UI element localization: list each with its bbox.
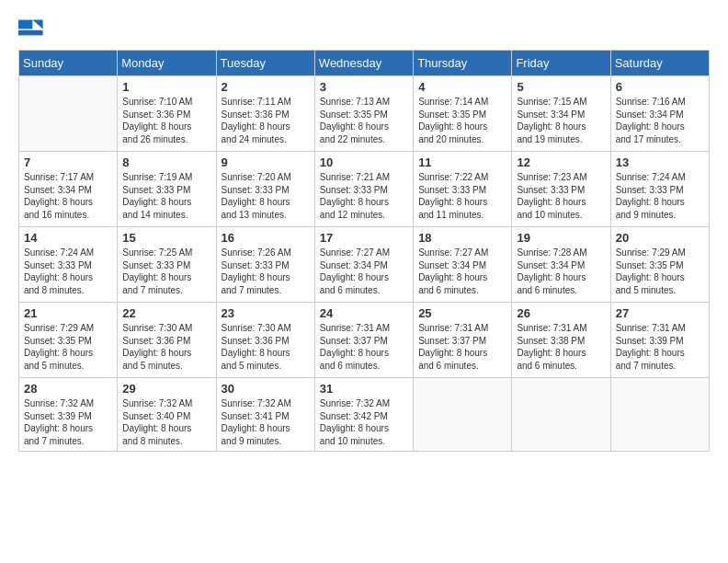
cell-info: Sunrise: 7:16 AMSunset: 3:34 PMDaylight:…: [616, 96, 704, 145]
cell-info: Sunrise: 7:15 AMSunset: 3:34 PMDaylight:…: [517, 96, 605, 145]
day-number: 16: [222, 231, 310, 245]
day-number: 11: [418, 155, 506, 169]
calendar-cell: [512, 378, 610, 452]
logo-icon: [18, 15, 44, 40]
calendar-week-row: 14Sunrise: 7:24 AMSunset: 3:33 PMDayligh…: [19, 227, 710, 303]
cell-info: Sunrise: 7:31 AMSunset: 3:37 PMDaylight:…: [320, 322, 408, 372]
day-number: 8: [122, 155, 210, 169]
day-number: 12: [517, 155, 605, 169]
cell-info: Sunrise: 7:29 AMSunset: 3:35 PMDaylight:…: [616, 247, 704, 296]
day-number: 18: [418, 231, 506, 245]
cell-info: Sunrise: 7:28 AMSunset: 3:34 PMDaylight:…: [517, 247, 605, 296]
calendar-cell: 20Sunrise: 7:29 AMSunset: 3:35 PMDayligh…: [610, 227, 709, 303]
calendar-cell: 30Sunrise: 7:32 AMSunset: 3:41 PMDayligh…: [216, 378, 314, 452]
day-number: 19: [517, 231, 605, 245]
weekday-header: Wednesday: [314, 51, 413, 76]
day-number: 2: [222, 80, 310, 94]
cell-info: Sunrise: 7:27 AMSunset: 3:34 PMDaylight:…: [320, 247, 408, 296]
calendar-cell: 6Sunrise: 7:16 AMSunset: 3:34 PMDaylight…: [610, 76, 709, 152]
cell-info: Sunrise: 7:23 AMSunset: 3:33 PMDaylight:…: [517, 171, 605, 221]
calendar-cell: 1Sunrise: 7:10 AMSunset: 3:36 PMDaylight…: [118, 76, 216, 152]
cell-info: Sunrise: 7:32 AMSunset: 3:40 PMDaylight:…: [122, 397, 210, 447]
day-number: 22: [122, 306, 210, 320]
day-number: 13: [616, 155, 704, 169]
day-number: 21: [24, 306, 112, 320]
calendar-cell: [610, 378, 709, 452]
weekday-header: Saturday: [610, 51, 709, 76]
calendar-cell: 21Sunrise: 7:29 AMSunset: 3:35 PMDayligh…: [19, 303, 118, 378]
day-number: 4: [418, 80, 506, 94]
weekday-header: Thursday: [414, 51, 512, 76]
calendar-cell: 5Sunrise: 7:15 AMSunset: 3:34 PMDaylight…: [512, 76, 610, 152]
svg-rect-3: [18, 30, 43, 36]
cell-info: Sunrise: 7:17 AMSunset: 3:34 PMDaylight:…: [24, 171, 112, 221]
day-number: 3: [320, 80, 408, 94]
calendar-cell: 12Sunrise: 7:23 AMSunset: 3:33 PMDayligh…: [512, 152, 610, 227]
day-number: 9: [222, 155, 310, 169]
calendar-cell: 17Sunrise: 7:27 AMSunset: 3:34 PMDayligh…: [314, 227, 413, 303]
calendar-cell: 22Sunrise: 7:30 AMSunset: 3:36 PMDayligh…: [118, 303, 216, 378]
day-number: 29: [122, 382, 210, 396]
calendar-cell: 7Sunrise: 7:17 AMSunset: 3:34 PMDaylight…: [19, 152, 118, 227]
day-number: 10: [320, 155, 408, 169]
calendar-cell: 13Sunrise: 7:24 AMSunset: 3:33 PMDayligh…: [610, 152, 709, 227]
day-number: 30: [222, 382, 310, 396]
cell-info: Sunrise: 7:14 AMSunset: 3:35 PMDaylight:…: [418, 96, 506, 145]
calendar-week-row: 1Sunrise: 7:10 AMSunset: 3:36 PMDaylight…: [19, 76, 710, 152]
cell-info: Sunrise: 7:11 AMSunset: 3:36 PMDaylight:…: [222, 96, 310, 145]
calendar-cell: 16Sunrise: 7:26 AMSunset: 3:33 PMDayligh…: [216, 227, 314, 303]
day-number: 26: [517, 306, 605, 320]
cell-info: Sunrise: 7:29 AMSunset: 3:35 PMDaylight:…: [24, 322, 112, 372]
calendar-cell: 8Sunrise: 7:19 AMSunset: 3:33 PMDaylight…: [118, 152, 216, 227]
calendar-cell: [414, 378, 512, 452]
cell-info: Sunrise: 7:20 AMSunset: 3:33 PMDaylight:…: [222, 171, 310, 221]
calendar-week-row: 7Sunrise: 7:17 AMSunset: 3:34 PMDaylight…: [19, 152, 710, 227]
calendar-cell: 31Sunrise: 7:32 AMSunset: 3:42 PMDayligh…: [314, 378, 413, 452]
day-number: 7: [24, 155, 112, 169]
day-number: 31: [320, 382, 408, 396]
calendar-cell: [19, 76, 118, 152]
cell-info: Sunrise: 7:32 AMSunset: 3:39 PMDaylight:…: [24, 397, 112, 447]
cell-info: Sunrise: 7:31 AMSunset: 3:39 PMDaylight:…: [616, 322, 704, 372]
calendar-table: SundayMondayTuesdayWednesdayThursdayFrid…: [18, 50, 710, 452]
calendar-cell: 2Sunrise: 7:11 AMSunset: 3:36 PMDaylight…: [216, 76, 314, 152]
header: [18, 15, 710, 40]
cell-info: Sunrise: 7:27 AMSunset: 3:34 PMDaylight:…: [418, 247, 506, 296]
cell-info: Sunrise: 7:22 AMSunset: 3:33 PMDaylight:…: [418, 171, 506, 221]
day-number: 6: [616, 80, 704, 94]
calendar-cell: 14Sunrise: 7:24 AMSunset: 3:33 PMDayligh…: [19, 227, 118, 303]
page-container: SundayMondayTuesdayWednesdayThursdayFrid…: [0, 0, 728, 461]
cell-info: Sunrise: 7:21 AMSunset: 3:33 PMDaylight:…: [320, 171, 408, 221]
cell-info: Sunrise: 7:24 AMSunset: 3:33 PMDaylight:…: [616, 171, 704, 221]
cell-info: Sunrise: 7:25 AMSunset: 3:33 PMDaylight:…: [122, 247, 210, 296]
svg-rect-2: [18, 20, 32, 29]
calendar-cell: 28Sunrise: 7:32 AMSunset: 3:39 PMDayligh…: [19, 378, 118, 452]
day-number: 14: [24, 231, 112, 245]
calendar-cell: 18Sunrise: 7:27 AMSunset: 3:34 PMDayligh…: [414, 227, 512, 303]
cell-info: Sunrise: 7:32 AMSunset: 3:42 PMDaylight:…: [320, 397, 408, 447]
calendar-cell: 23Sunrise: 7:30 AMSunset: 3:36 PMDayligh…: [216, 303, 314, 378]
calendar-header-row: SundayMondayTuesdayWednesdayThursdayFrid…: [19, 51, 710, 76]
logo: [18, 15, 48, 40]
cell-info: Sunrise: 7:31 AMSunset: 3:37 PMDaylight:…: [418, 322, 506, 372]
calendar-cell: 15Sunrise: 7:25 AMSunset: 3:33 PMDayligh…: [118, 227, 216, 303]
calendar-cell: 24Sunrise: 7:31 AMSunset: 3:37 PMDayligh…: [314, 303, 413, 378]
calendar-week-row: 28Sunrise: 7:32 AMSunset: 3:39 PMDayligh…: [19, 378, 710, 452]
calendar-cell: 9Sunrise: 7:20 AMSunset: 3:33 PMDaylight…: [216, 152, 314, 227]
cell-info: Sunrise: 7:10 AMSunset: 3:36 PMDaylight:…: [122, 96, 210, 145]
cell-info: Sunrise: 7:31 AMSunset: 3:38 PMDaylight:…: [517, 322, 605, 372]
calendar-cell: 29Sunrise: 7:32 AMSunset: 3:40 PMDayligh…: [118, 378, 216, 452]
day-number: 25: [418, 306, 506, 320]
day-number: 1: [122, 80, 210, 94]
cell-info: Sunrise: 7:30 AMSunset: 3:36 PMDaylight:…: [222, 322, 310, 372]
weekday-header: Friday: [512, 51, 610, 76]
day-number: 17: [320, 231, 408, 245]
calendar-cell: 19Sunrise: 7:28 AMSunset: 3:34 PMDayligh…: [512, 227, 610, 303]
calendar-cell: 11Sunrise: 7:22 AMSunset: 3:33 PMDayligh…: [414, 152, 512, 227]
weekday-header: Sunday: [19, 51, 118, 76]
day-number: 24: [320, 306, 408, 320]
day-number: 5: [517, 80, 605, 94]
cell-info: Sunrise: 7:32 AMSunset: 3:41 PMDaylight:…: [222, 397, 310, 447]
cell-info: Sunrise: 7:19 AMSunset: 3:33 PMDaylight:…: [122, 171, 210, 221]
day-number: 20: [616, 231, 704, 245]
